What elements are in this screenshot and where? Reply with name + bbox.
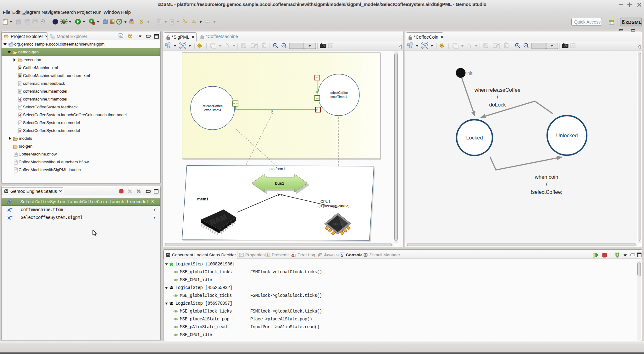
svg-text:pA.3m: pA.3m — [233, 102, 238, 104]
svg-text:Unlocked: Unlocked — [556, 133, 578, 138]
svg-text:/: / — [546, 181, 547, 187]
svg-text:execTime:3: execTime:3 — [204, 108, 221, 112]
svg-text:execTime:1: execTime:1 — [330, 95, 347, 99]
svg-text:releaseCoffee: releaseCoffee — [203, 104, 223, 108]
svg-text:Locked: Locked — [466, 135, 483, 140]
svg-text:!selectCoffee;: !selectCoffee; — [531, 189, 563, 195]
svg-text:pA..: pA.. — [316, 77, 319, 79]
svg-text:doLock: doLock — [489, 102, 506, 107]
svg-text:pA..: pA.. — [316, 109, 319, 111]
svg-text:CPU1: CPU1 — [320, 199, 330, 204]
svg-text:init: init — [466, 70, 473, 76]
svg-text:platform1: platform1 — [269, 167, 285, 171]
svg-text:when releaseCoffee: when releaseCoffee — [474, 87, 520, 93]
svg-text:pA..: pA.. — [316, 97, 319, 99]
svg-text:when coin: when coin — [535, 174, 558, 180]
svg-text:/: / — [497, 94, 498, 100]
svg-text:mem1: mem1 — [197, 197, 208, 201]
svg-text:6: 6 — [271, 109, 273, 113]
svg-text:selectCoffee: selectCoffee — [330, 91, 348, 95]
svg-text:bus1: bus1 — [275, 181, 284, 186]
svg-text:NUDOLL: NUDOLL — [332, 222, 344, 226]
svg-text:(is preemptive=true): (is preemptive=true) — [319, 204, 349, 208]
